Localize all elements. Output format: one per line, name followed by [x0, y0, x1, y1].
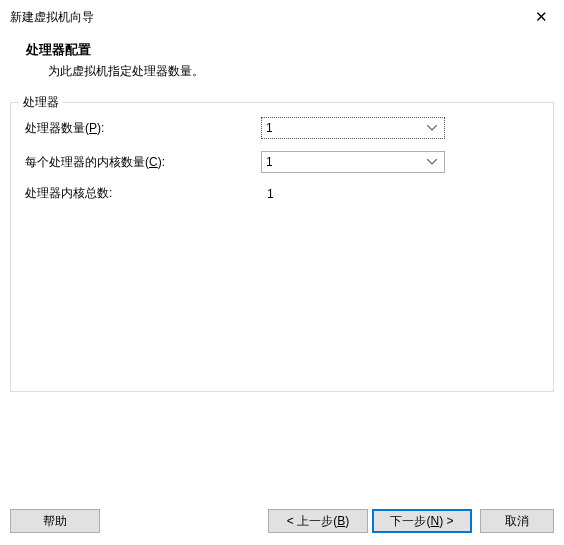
page-description: 为此虚拟机指定处理器数量。: [26, 63, 554, 80]
group-legend: 处理器: [19, 94, 63, 111]
help-button[interactable]: 帮助: [10, 509, 100, 533]
window-title: 新建虚拟机向导: [10, 9, 94, 26]
button-bar: 帮助 < 上一步(B) 下一步(N) > 取消: [0, 509, 564, 533]
titlebar: 新建虚拟机向导 ✕: [0, 0, 564, 32]
wizard-header: 处理器配置 为此虚拟机指定处理器数量。: [0, 32, 564, 98]
close-icon[interactable]: ✕: [532, 8, 550, 26]
page-title: 处理器配置: [26, 42, 554, 59]
row-processor-count: 处理器数量(P): 1: [21, 117, 543, 139]
label-total-cores: 处理器内核总数:: [21, 185, 261, 202]
next-button[interactable]: 下一步(N) >: [372, 509, 472, 533]
processor-count-select[interactable]: 1: [261, 117, 445, 139]
nav-buttons: < 上一步(B) 下一步(N) > 取消: [268, 509, 554, 533]
value-total-cores: 1: [261, 187, 445, 201]
processor-group: 处理器 处理器数量(P): 1 每个处理器的内核数量(C): 1 处理器内核: [10, 102, 554, 392]
cancel-button[interactable]: 取消: [480, 509, 554, 533]
cores-per-processor-select[interactable]: 1: [261, 151, 445, 173]
label-cores-per-processor: 每个处理器的内核数量(C):: [21, 154, 261, 171]
row-cores-per-processor: 每个处理器的内核数量(C): 1: [21, 151, 543, 173]
row-total-cores: 处理器内核总数: 1: [21, 185, 543, 202]
back-button[interactable]: < 上一步(B): [268, 509, 368, 533]
label-processor-count: 处理器数量(P):: [21, 120, 261, 137]
content-area: 处理器 处理器数量(P): 1 每个处理器的内核数量(C): 1 处理器内核: [0, 98, 564, 392]
control-cores-per-processor: 1: [261, 151, 445, 173]
control-processor-count: 1: [261, 117, 445, 139]
